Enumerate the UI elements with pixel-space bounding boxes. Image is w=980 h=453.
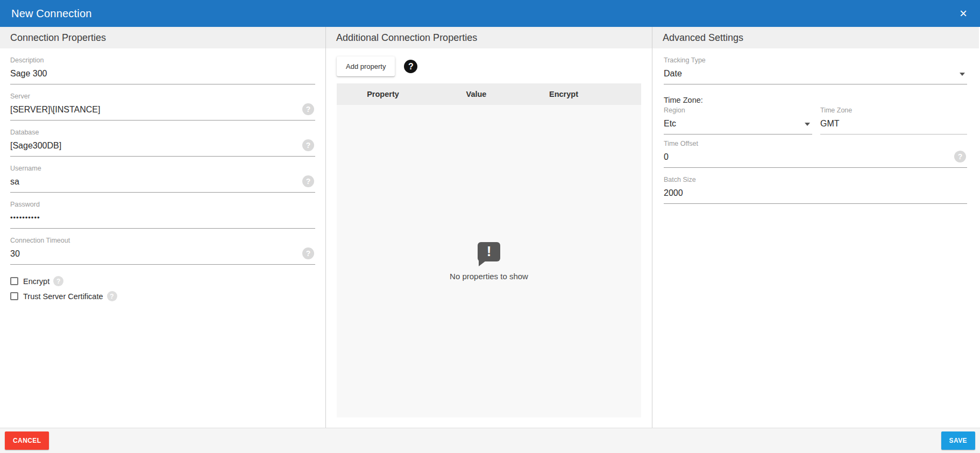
region-label: Region bbox=[664, 107, 812, 115]
database-field[interactable]: Database [Sage300DB] ? bbox=[10, 129, 315, 157]
property-column-header: Property bbox=[337, 90, 429, 98]
save-button[interactable]: SAVE bbox=[941, 431, 975, 450]
properties-table-header-row: Property Value Encrypt bbox=[337, 83, 641, 105]
region-dropdown-icon[interactable] bbox=[805, 123, 810, 126]
additional-properties-header: Additional Connection Properties bbox=[326, 27, 652, 48]
server-field[interactable]: Server [SERVER]\[INSTANCE] ? bbox=[10, 93, 315, 121]
timezone-group-label: Time Zone: bbox=[664, 96, 967, 104]
username-help-icon[interactable]: ? bbox=[302, 175, 314, 187]
trust-server-certificate-checkbox[interactable] bbox=[10, 292, 18, 300]
encrypt-checkbox-label: Encrypt bbox=[23, 277, 49, 286]
dialog-title: New Connection bbox=[11, 8, 92, 20]
dialog-footer: CANCEL SAVE bbox=[0, 428, 980, 453]
encrypt-checkbox-row[interactable]: Encrypt ? bbox=[10, 276, 315, 286]
description-input[interactable]: Sage 300 bbox=[10, 65, 315, 84]
batch-size-input[interactable]: 2000 bbox=[664, 184, 967, 204]
trust-server-certificate-checkbox-label: Trust Server Certificate bbox=[23, 292, 103, 301]
advanced-settings-header: Advanced Settings bbox=[652, 27, 979, 48]
tracking-type-select[interactable]: Date bbox=[664, 65, 967, 84]
trust-server-certificate-checkbox-row[interactable]: Trust Server Certificate ? bbox=[10, 291, 315, 301]
connection-timeout-input[interactable]: 30 bbox=[10, 245, 315, 265]
encrypt-column-header: Encrypt bbox=[523, 90, 604, 98]
timezone-field[interactable]: Time Zone GMT bbox=[820, 107, 967, 135]
password-field[interactable]: Password •••••••••• bbox=[10, 201, 315, 229]
database-input[interactable]: [Sage300DB] bbox=[10, 137, 315, 157]
connection-timeout-help-icon[interactable]: ? bbox=[302, 247, 314, 259]
encrypt-help-icon[interactable]: ? bbox=[53, 276, 63, 286]
empty-state-alert-icon: ! bbox=[478, 242, 500, 261]
timezone-label: Time Zone bbox=[820, 107, 967, 115]
password-input[interactable]: •••••••••• bbox=[10, 209, 315, 229]
password-label: Password bbox=[10, 201, 315, 209]
cancel-button[interactable]: CANCEL bbox=[5, 431, 49, 450]
server-help-icon[interactable]: ? bbox=[302, 103, 314, 115]
dialog-titlebar: New Connection × bbox=[0, 0, 980, 27]
time-offset-field[interactable]: Time Offset 0 ? bbox=[664, 140, 967, 168]
advanced-settings-panel: Advanced Settings Tracking Type Date Tim… bbox=[652, 27, 979, 428]
connection-properties-header: Connection Properties bbox=[0, 27, 325, 48]
dialog-body: Connection Properties Description Sage 3… bbox=[0, 27, 980, 428]
connection-timeout-field[interactable]: Connection Timeout 30 ? bbox=[10, 237, 315, 265]
close-icon[interactable]: × bbox=[960, 7, 967, 20]
properties-table-empty-state: ! No properties to show bbox=[337, 105, 641, 417]
tracking-type-dropdown-icon[interactable] bbox=[960, 73, 965, 76]
username-input[interactable]: sa bbox=[10, 173, 315, 193]
connection-timeout-label: Connection Timeout bbox=[10, 237, 315, 245]
description-field[interactable]: Description Sage 300 bbox=[10, 56, 315, 84]
database-help-icon[interactable]: ? bbox=[302, 139, 314, 151]
description-label: Description bbox=[10, 56, 315, 65]
encrypt-checkbox[interactable] bbox=[10, 277, 18, 285]
add-property-help-icon[interactable]: ? bbox=[404, 60, 417, 73]
add-property-button[interactable]: Add property bbox=[337, 56, 395, 76]
trust-server-certificate-help-icon[interactable]: ? bbox=[107, 291, 117, 301]
properties-table: Property Value Encrypt ! No properties t… bbox=[337, 83, 641, 417]
connection-properties-panel: Connection Properties Description Sage 3… bbox=[0, 27, 326, 428]
database-label: Database bbox=[10, 129, 315, 137]
server-input[interactable]: [SERVER]\[INSTANCE] bbox=[10, 101, 315, 121]
timezone-input[interactable]: GMT bbox=[820, 115, 967, 135]
time-offset-label: Time Offset bbox=[664, 140, 967, 148]
tracking-type-label: Tracking Type bbox=[664, 56, 967, 65]
time-offset-help-icon[interactable]: ? bbox=[954, 151, 966, 162]
time-offset-input[interactable]: 0 bbox=[664, 148, 967, 168]
value-column-header: Value bbox=[429, 90, 523, 98]
server-label: Server bbox=[10, 93, 315, 101]
region-select[interactable]: Etc bbox=[664, 115, 812, 135]
additional-properties-panel: Additional Connection Properties Add pro… bbox=[326, 27, 652, 428]
region-field[interactable]: Region Etc bbox=[664, 107, 812, 135]
username-label: Username bbox=[10, 165, 315, 173]
tracking-type-field[interactable]: Tracking Type Date bbox=[664, 56, 967, 84]
username-field[interactable]: Username sa ? bbox=[10, 165, 315, 193]
empty-state-text: No properties to show bbox=[450, 272, 528, 281]
batch-size-field[interactable]: Batch Size 2000 bbox=[664, 176, 967, 204]
batch-size-label: Batch Size bbox=[664, 176, 967, 184]
